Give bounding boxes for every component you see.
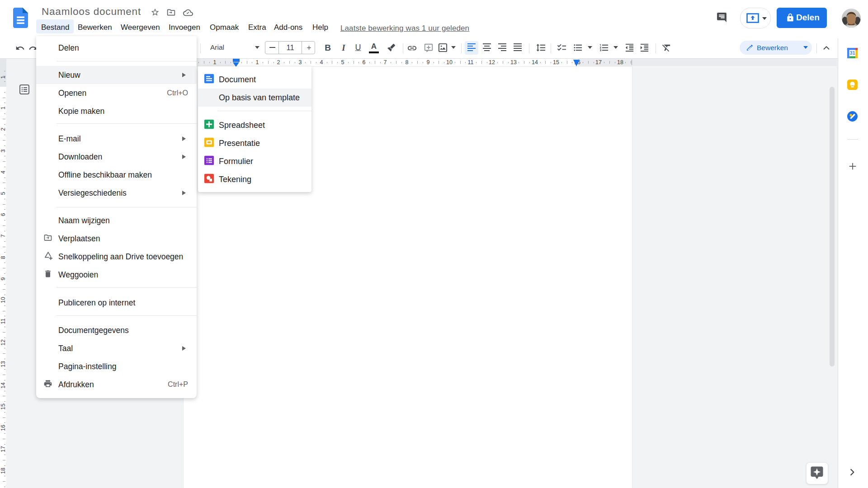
svg-text:31: 31 xyxy=(849,50,855,56)
